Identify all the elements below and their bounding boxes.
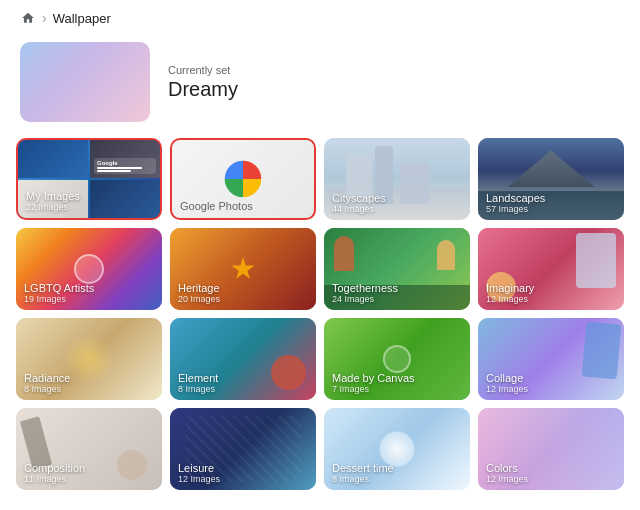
breadcrumb-separator: › <box>42 10 47 26</box>
tile-sublabel-my-images: 22 Images <box>26 202 80 212</box>
wallpaper-tile-leisure[interactable]: Leisure 12 Images <box>170 408 316 490</box>
tile-label-dessert-time: Dessert time 8 Images <box>332 462 394 484</box>
current-wallpaper-thumbnail <box>20 42 150 122</box>
tile-sublabel-made-by-canvas: 7 Images <box>332 384 415 394</box>
breadcrumb: › Wallpaper <box>0 0 640 32</box>
tile-sublabel-lgbtq: 19 Images <box>24 294 94 304</box>
wallpaper-tile-lgbtq[interactable]: LGBTQ Artists 19 Images <box>16 228 162 310</box>
current-set-info: Currently set Dreamy <box>168 64 238 101</box>
wallpaper-tile-togetherness[interactable]: Togetherness 24 Images <box>324 228 470 310</box>
tile-label-lgbtq: LGBTQ Artists 19 Images <box>24 282 94 304</box>
tile-label-google-photos: Google Photos <box>180 200 253 212</box>
home-icon[interactable] <box>20 10 36 26</box>
tile-label-togetherness: Togetherness 24 Images <box>332 282 398 304</box>
tile-sublabel-landscapes: 57 Images <box>486 204 545 214</box>
tile-sublabel-heritage: 20 Images <box>178 294 220 304</box>
tile-label-composition: Composition 11 Images <box>24 462 85 484</box>
currently-set-label: Currently set <box>168 64 238 76</box>
wallpaper-tile-composition[interactable]: Composition 11 Images <box>16 408 162 490</box>
tile-sublabel-composition: 11 Images <box>24 474 85 484</box>
wallpaper-tile-heritage[interactable]: Heritage 20 Images <box>170 228 316 310</box>
tile-label-element: Element 8 Images <box>178 372 218 394</box>
tile-label-heritage: Heritage 20 Images <box>178 282 220 304</box>
wallpaper-tile-imaginary[interactable]: Imaginary 12 Images <box>478 228 624 310</box>
wallpaper-tile-collage[interactable]: Collage 12 Images <box>478 318 624 400</box>
wallpaper-tile-dessert-time[interactable]: Dessert time 8 Images <box>324 408 470 490</box>
tile-sublabel-togetherness: 24 Images <box>332 294 398 304</box>
tile-sublabel-dessert-time: 8 Images <box>332 474 394 484</box>
wallpaper-grid: Google My Images 22 Images Google Photos <box>16 138 624 490</box>
tile-sublabel-imaginary: 12 Images <box>486 294 534 304</box>
tile-label-imaginary: Imaginary 12 Images <box>486 282 534 304</box>
tile-label-made-by-canvas: Made by Canvas 7 Images <box>332 372 415 394</box>
current-wallpaper-name: Dreamy <box>168 78 238 101</box>
tile-label-leisure: Leisure 12 Images <box>178 462 220 484</box>
tile-sublabel-collage: 12 Images <box>486 384 528 394</box>
wallpaper-tile-google-photos[interactable]: Google Photos <box>170 138 316 220</box>
wallpaper-tile-landscapes[interactable]: Landscapes 57 Images <box>478 138 624 220</box>
tile-label-collage: Collage 12 Images <box>486 372 528 394</box>
tile-sublabel-colors: 12 Images <box>486 474 528 484</box>
breadcrumb-page-title: Wallpaper <box>53 11 111 26</box>
tile-label-landscapes: Landscapes 57 Images <box>486 192 545 214</box>
tile-sublabel-leisure: 12 Images <box>178 474 220 484</box>
wallpaper-tile-element[interactable]: Element 8 Images <box>170 318 316 400</box>
tile-label-radiance: Radiance 8 Images <box>24 372 70 394</box>
tile-label-my-images: My Images 22 Images <box>26 190 80 212</box>
wallpaper-tile-my-images[interactable]: Google My Images 22 Images <box>16 138 162 220</box>
tile-sublabel-element: 8 Images <box>178 384 218 394</box>
tile-label-cityscapes: Cityscapes 44 Images <box>332 192 386 214</box>
wallpaper-tile-made-by-canvas[interactable]: Made by Canvas 7 Images <box>324 318 470 400</box>
wallpaper-tile-cityscapes[interactable]: Cityscapes 44 Images <box>324 138 470 220</box>
tile-sublabel-radiance: 8 Images <box>24 384 70 394</box>
tile-label-colors: Colors 12 Images <box>486 462 528 484</box>
wallpaper-tile-colors[interactable]: Colors 12 Images <box>478 408 624 490</box>
tile-sublabel-cityscapes: 44 Images <box>332 204 386 214</box>
wallpaper-grid-container: Google My Images 22 Images Google Photos <box>0 138 640 510</box>
wallpaper-tile-radiance[interactable]: Radiance 8 Images <box>16 318 162 400</box>
current-set-section: Currently set Dreamy <box>0 32 640 138</box>
